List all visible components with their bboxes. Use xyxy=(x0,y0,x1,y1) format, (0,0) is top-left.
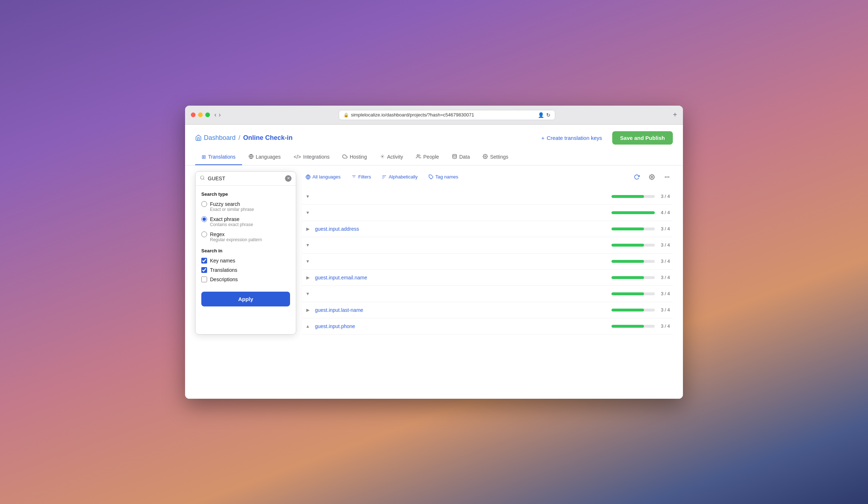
tab-people[interactable]: People xyxy=(409,150,446,165)
alphabetically-label: Alphabetically xyxy=(389,174,417,180)
progress-wrap: 3 / 4 xyxy=(611,226,670,231)
expand-icon[interactable]: ▶ xyxy=(305,308,311,313)
tab-languages[interactable]: Languages xyxy=(242,150,287,165)
settings-tab-icon xyxy=(483,154,488,160)
descriptions-label: Descriptions xyxy=(210,277,238,282)
forward-button[interactable]: › xyxy=(219,111,221,119)
regex-label: Regex xyxy=(210,231,224,237)
expand-icon[interactable]: ▼ xyxy=(305,194,311,199)
expand-icon[interactable]: ▲ xyxy=(305,324,311,329)
exact-phrase-radio[interactable] xyxy=(201,216,207,222)
nav-buttons: ‹ › xyxy=(214,111,221,119)
expand-icon[interactable]: ▶ xyxy=(305,226,311,231)
tab-activity[interactable]: Activity xyxy=(373,150,409,165)
svg-point-19 xyxy=(665,177,666,177)
translations-checkbox[interactable] xyxy=(201,267,207,273)
descriptions-checkbox[interactable] xyxy=(201,277,207,282)
filter-icon xyxy=(351,174,356,180)
exact-phrase-option[interactable]: Exact phrase Contains exact phrase xyxy=(201,216,290,227)
languages-tab-label: Languages xyxy=(256,154,281,160)
svg-point-2 xyxy=(382,156,383,156)
create-translation-keys-button[interactable]: + Create translation keys xyxy=(536,132,607,144)
translations-tab-icon: ⊞ xyxy=(202,154,206,160)
regex-radio[interactable] xyxy=(201,231,207,237)
key-name[interactable]: guest.input.address xyxy=(315,226,607,232)
maximize-button[interactable] xyxy=(205,112,210,117)
browser-chrome: ‹ › 🔒 simplelocalize.io/dashboard/projec… xyxy=(185,106,683,125)
reload-icon[interactable]: ↻ xyxy=(546,112,551,118)
globe-icon xyxy=(306,174,311,180)
svg-point-6 xyxy=(485,156,486,157)
fuzzy-search-option[interactable]: Fuzzy search Exact or similar phrase xyxy=(201,201,290,212)
traffic-lights xyxy=(191,112,210,117)
descriptions-checkbox-item[interactable]: Descriptions xyxy=(201,277,290,282)
translation-list: All languages Filters xyxy=(302,171,673,335)
alphabetically-button[interactable]: Alphabetically xyxy=(378,172,421,181)
tag-names-button[interactable]: Tag names xyxy=(425,172,462,181)
translations-checkbox-item[interactable]: Translations xyxy=(201,267,290,273)
browser-extension-icon: 👤 xyxy=(538,112,544,118)
main-area: ✕ Search type Fuzzy search Exact or simi… xyxy=(185,165,683,340)
expand-icon[interactable]: ▼ xyxy=(305,243,311,248)
tab-data[interactable]: Data xyxy=(446,150,477,165)
progress-wrap: 3 / 4 xyxy=(611,275,670,280)
fuzzy-search-label: Fuzzy search xyxy=(210,201,240,207)
key-name[interactable]: guest.input.last-name xyxy=(315,307,607,313)
search-in-title: Search in xyxy=(201,248,290,253)
tab-translations[interactable]: ⊞ Translations xyxy=(195,150,242,165)
new-tab-button[interactable]: + xyxy=(673,111,677,119)
progress-bar-fill xyxy=(611,292,644,295)
key-rows: ▼ placeholder 3 / 4 ▼ placeholder xyxy=(302,189,673,335)
expand-icon[interactable]: ▶ xyxy=(305,275,311,280)
settings-list-button[interactable] xyxy=(646,171,658,183)
activity-tab-label: Activity xyxy=(387,154,403,160)
list-item: ▶ guest.input.address 3 / 4 xyxy=(302,221,673,237)
all-languages-label: All languages xyxy=(312,174,341,180)
filters-button[interactable]: Filters xyxy=(348,172,374,181)
exact-phrase-sub: Contains exact phrase xyxy=(210,222,290,227)
key-name[interactable]: guest.input.email.name xyxy=(315,275,607,280)
close-button[interactable] xyxy=(191,112,196,117)
refresh-button[interactable] xyxy=(631,171,643,183)
list-item: ▼ placeholder 3 / 4 xyxy=(302,189,673,205)
progress-bar-fill xyxy=(611,260,644,263)
keynames-checkbox-item[interactable]: Key names xyxy=(201,258,290,264)
apply-button[interactable]: Apply xyxy=(201,292,290,306)
progress-bar-fill xyxy=(611,195,644,198)
breadcrumb-home[interactable]: Dashboard xyxy=(195,134,236,142)
more-options-button[interactable] xyxy=(661,171,673,183)
tab-hosting[interactable]: Hosting xyxy=(336,150,373,165)
progress-bar-fill xyxy=(611,211,655,214)
list-item: ▲ guest.input.phone 3 / 4 xyxy=(302,318,673,335)
regex-option[interactable]: Regex Regular expression pattern xyxy=(201,231,290,242)
all-languages-button[interactable]: All languages xyxy=(302,172,344,181)
progress-text: 3 / 4 xyxy=(658,194,670,199)
header-actions: + Create translation keys Save and Publi… xyxy=(536,131,673,145)
progress-text: 3 / 4 xyxy=(658,258,670,264)
minimize-button[interactable] xyxy=(198,112,203,117)
expand-icon[interactable]: ▼ xyxy=(305,210,311,215)
progress-bar-fill xyxy=(611,227,644,230)
home-icon xyxy=(195,134,202,141)
keynames-checkbox[interactable] xyxy=(201,258,207,264)
address-bar[interactable]: 🔒 simplelocalize.io/dashboard/projects/?… xyxy=(339,110,555,120)
progress-bar-container xyxy=(611,292,655,295)
tab-integrations[interactable]: </> Integrations xyxy=(287,150,336,165)
tab-settings[interactable]: Settings xyxy=(476,150,515,165)
search-type-title: Search type xyxy=(201,191,290,197)
key-name[interactable]: guest.input.phone xyxy=(315,323,607,329)
progress-bar-container xyxy=(611,211,655,214)
search-input[interactable] xyxy=(208,176,282,181)
progress-text: 3 / 4 xyxy=(658,307,670,313)
fuzzy-search-radio[interactable] xyxy=(201,201,207,207)
clear-search-button[interactable]: ✕ xyxy=(285,175,291,182)
progress-text: 3 / 4 xyxy=(658,226,670,231)
expand-icon[interactable]: ▼ xyxy=(305,259,311,264)
tag-names-label: Tag names xyxy=(435,174,459,180)
back-button[interactable]: ‹ xyxy=(214,111,216,119)
integrations-tab-icon: </> xyxy=(294,154,301,160)
save-and-publish-button[interactable]: Save and Publish xyxy=(612,131,673,145)
list-item: ▶ guest.input.email.name 3 / 4 xyxy=(302,270,673,286)
people-tab-label: People xyxy=(423,154,439,160)
expand-icon[interactable]: ▼ xyxy=(305,291,311,296)
